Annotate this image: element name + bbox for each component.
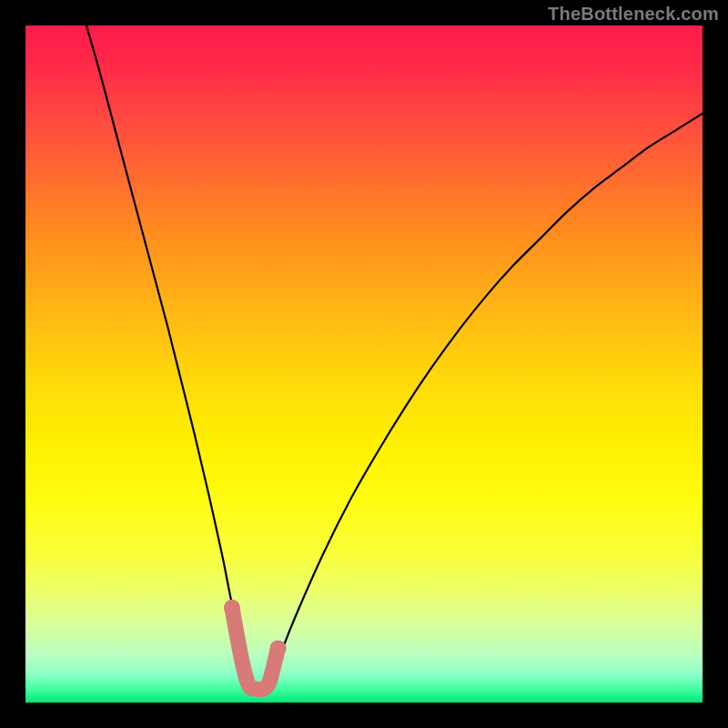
curve-layer [25, 25, 703, 703]
bottleneck-curve [86, 25, 703, 691]
minimum-marker-dot [270, 640, 287, 656]
plot-area [25, 25, 703, 703]
minimum-marker-dot [224, 600, 240, 616]
bottleneck-curve-path [86, 25, 703, 691]
watermark-text: TheBottleneck.com [548, 4, 719, 25]
chart-frame: TheBottleneck.com [0, 0, 728, 728]
minimum-markers [224, 600, 287, 690]
